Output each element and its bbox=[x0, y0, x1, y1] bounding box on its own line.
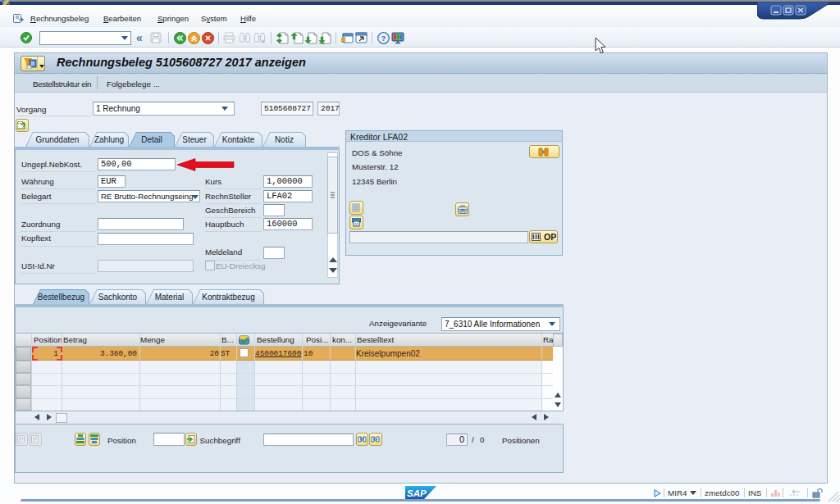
svg-text:SAP: SAP bbox=[407, 488, 427, 498]
svg-text:?: ? bbox=[381, 34, 386, 43]
